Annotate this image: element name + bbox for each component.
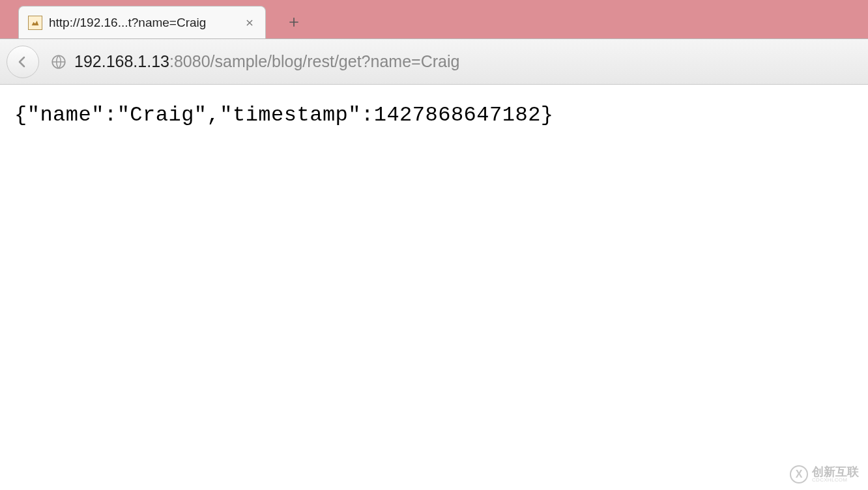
tab-title: http://192.16...t?name=Craig [49, 16, 237, 30]
close-tab-icon[interactable] [243, 16, 256, 29]
globe-icon [50, 53, 68, 71]
url-host: 192.168.1.13 [74, 52, 169, 71]
new-tab-button[interactable] [282, 10, 306, 35]
watermark-main-text: 创新互联 [812, 466, 859, 478]
url-bar[interactable]: 192.168.1.13:8080/sample/blog/rest/get?n… [74, 52, 861, 71]
watermark: X 创新互联 CDCXHLCOM [790, 465, 859, 483]
watermark-logo-icon: X [790, 465, 808, 483]
url-path: :8080/sample/blog/rest/get?name=Craig [169, 52, 459, 71]
browser-tab[interactable]: http://192.16...t?name=Craig [18, 6, 266, 38]
back-button[interactable] [7, 46, 39, 78]
tomcat-favicon-icon [28, 16, 42, 30]
response-body: {"name":"Craig","timestamp":142786864718… [0, 85, 868, 145]
tab-bar: http://192.16...t?name=Craig [0, 0, 868, 39]
navigation-toolbar: 192.168.1.13:8080/sample/blog/rest/get?n… [0, 39, 868, 85]
watermark-sub-text: CDCXHLCOM [812, 478, 859, 483]
